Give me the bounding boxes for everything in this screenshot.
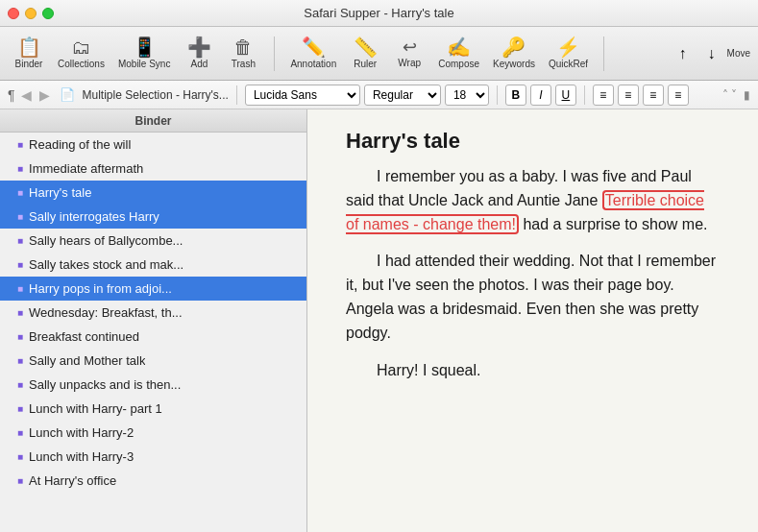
sidebar-item-12[interactable]: ■Lunch with Harry-2 — [0, 421, 306, 445]
bullet-icon: ■ — [17, 307, 23, 318]
collections-button[interactable]: 🗂 Collections — [52, 31, 110, 77]
bullet-icon: ■ — [17, 451, 23, 462]
wrap-icon: ↩ — [403, 38, 417, 56]
nav-right-icon[interactable]: ▶ — [39, 87, 50, 103]
collections-icon: 🗂 — [71, 37, 90, 57]
bullet-icon: ■ — [17, 139, 23, 150]
keywords-label: Keywords — [493, 59, 535, 69]
sidebar-item-label: Reading of the will — [29, 137, 131, 152]
bullet-icon: ■ — [17, 235, 23, 246]
annotation-label: Annotation — [290, 59, 336, 69]
bullet-icon: ■ — [17, 163, 23, 174]
doc-path-label: Multiple Selection - Harry's... — [83, 88, 229, 102]
traffic-lights — [8, 8, 54, 19]
annotation-button[interactable]: ✏️ Annotation — [284, 31, 342, 77]
sidebar-item-11[interactable]: ■Lunch with Harry- part 1 — [0, 397, 306, 421]
toolbar: 📋 Binder 🗂 Collections 📱 Mobile Sync ➕ A… — [0, 27, 758, 81]
quickref-label: QuickRef — [549, 59, 588, 69]
annotation-icon: ✏️ — [302, 37, 326, 57]
sidebar-item-10[interactable]: ■Sally unpacks and is then... — [0, 373, 306, 397]
toolbar-separator-1 — [274, 36, 275, 71]
wrap-button[interactable]: ↩ Wrap — [388, 31, 430, 77]
doc-icon: 📄 — [60, 87, 75, 102]
mobile-sync-icon: 📱 — [133, 37, 157, 57]
trash-label: Trash — [232, 59, 256, 69]
bold-button[interactable]: B — [505, 85, 526, 106]
minimize-button[interactable] — [25, 8, 37, 19]
font-selector[interactable]: Lucida Sans — [245, 85, 360, 106]
binder-button[interactable]: 📋 Binder — [8, 31, 50, 77]
style-selector[interactable]: Regular — [364, 85, 441, 106]
sidebar-item-4[interactable]: ■Sally hears of Ballycombe... — [0, 229, 306, 253]
compose-label: Compose — [438, 59, 479, 69]
bullet-icon: ■ — [17, 331, 23, 342]
sidebar-item-0[interactable]: ■Reading of the will — [0, 133, 306, 157]
bullet-icon: ■ — [17, 427, 23, 438]
sidebar-item-8[interactable]: ■Breakfast continued — [0, 325, 306, 349]
main-layout: Binder ■Reading of the will■Immediate af… — [0, 109, 758, 532]
ruler-button[interactable]: 📏 Ruler — [344, 31, 386, 77]
underline-button[interactable]: U — [555, 85, 576, 106]
sidebar-item-label: Breakfast continued — [29, 329, 139, 344]
sidebar: Binder ■Reading of the will■Immediate af… — [0, 109, 307, 532]
bullet-icon: ■ — [17, 475, 23, 486]
sidebar-item-label: Harry pops in from adjoi... — [29, 281, 172, 296]
sidebar-item-5[interactable]: ■Sally takes stock and mak... — [0, 253, 306, 277]
trash-button[interactable]: 🗑 Trash — [222, 31, 264, 77]
bullet-icon: ■ — [17, 187, 23, 198]
sidebar-item-label: At Harry's office — [29, 473, 116, 488]
paragraph-1: I remember you as a baby. I was five and… — [346, 165, 720, 236]
sidebar-toggle-icon[interactable]: ▮ — [744, 88, 750, 102]
toolbar-right: ↑ ↓ Move — [670, 31, 750, 77]
sidebar-item-13[interactable]: ■Lunch with Harry-3 — [0, 445, 306, 469]
sidebar-item-9[interactable]: ■Sally and Mother talk — [0, 349, 306, 373]
binder-icon: 📋 — [17, 37, 41, 57]
expand-up-icon[interactable]: ˄ — [722, 88, 728, 102]
sidebar-item-label: Wednesday: Breakfast, th... — [29, 305, 182, 320]
compose-icon: ✍ — [447, 37, 471, 57]
close-button[interactable] — [8, 8, 19, 19]
annotation-badge[interactable]: Terrible choice of names - change them! — [346, 190, 704, 234]
sidebar-item-14[interactable]: ■At Harry's office — [0, 469, 306, 493]
nav-left-icon[interactable]: ◀ — [21, 87, 32, 103]
add-button[interactable]: ➕ Add — [178, 31, 220, 77]
expand-down-icon[interactable]: ˅ — [731, 88, 737, 102]
sidebar-item-label: Sally takes stock and mak... — [29, 257, 183, 272]
align-justify-button[interactable]: ≡ — [668, 85, 689, 106]
align-left-button[interactable]: ≡ — [593, 85, 614, 106]
align-right-button[interactable]: ≡ — [643, 85, 664, 106]
move-down-icon: ↓ — [708, 45, 716, 62]
wrap-label: Wrap — [398, 58, 421, 68]
window-title: Safari Supper - Harry's tale — [304, 6, 453, 20]
align-center-button[interactable]: ≡ — [618, 85, 639, 106]
sidebar-item-label: Harry's tale — [29, 185, 91, 200]
size-selector[interactable]: 18 — [445, 85, 489, 106]
bullet-icon: ■ — [17, 283, 23, 294]
paragraph-3: Harry! I squeal. — [346, 359, 720, 383]
paragraph-icon: ¶ — [8, 87, 15, 103]
keywords-button[interactable]: 🔑 Keywords — [487, 31, 541, 77]
sidebar-item-3[interactable]: ■Sally interrogates Harry — [0, 205, 306, 229]
sidebar-item-6[interactable]: ■Harry pops in from adjoi... — [0, 277, 306, 301]
sidebar-item-7[interactable]: ■Wednesday: Breakfast, th... — [0, 301, 306, 325]
bullet-icon: ■ — [17, 379, 23, 390]
mobile-sync-button[interactable]: 📱 Mobile Sync — [112, 31, 176, 77]
sidebar-item-label: Immediate aftermath — [29, 161, 143, 176]
format-divider-3 — [584, 85, 585, 105]
sidebar-item-2[interactable]: ■Harry's tale — [0, 181, 306, 205]
ruler-label: Ruler — [354, 59, 377, 69]
sidebar-item-label: Sally hears of Ballycombe... — [29, 233, 183, 248]
bullet-icon: ■ — [17, 259, 23, 270]
sidebar-item-1[interactable]: ■Immediate aftermath — [0, 157, 306, 181]
maximize-button[interactable] — [42, 8, 54, 19]
ruler-icon: 📏 — [354, 37, 378, 57]
collections-label: Collections — [58, 59, 105, 69]
bullet-icon: ■ — [17, 403, 23, 414]
italic-button[interactable]: I — [530, 85, 551, 106]
mobile-sync-label: Mobile Sync — [118, 59, 170, 69]
compose-button[interactable]: ✍ Compose — [432, 31, 485, 77]
move-down-button[interactable]: ↓ — [698, 31, 725, 77]
move-up-button[interactable]: ↑ — [670, 31, 697, 77]
move-label: Move — [727, 48, 750, 59]
quickref-button[interactable]: ⚡ QuickRef — [543, 31, 594, 77]
